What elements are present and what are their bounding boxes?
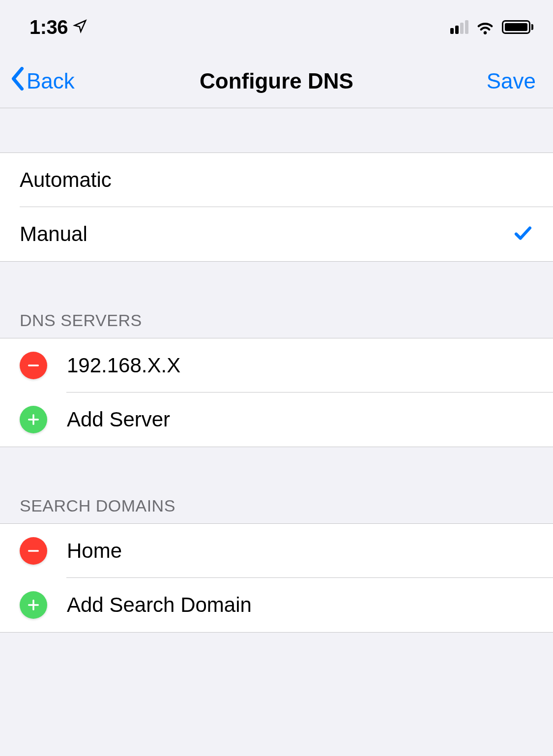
mode-selection-group: Automatic Manual <box>0 152 553 262</box>
minus-icon <box>27 544 40 558</box>
add-domain-row[interactable]: Add Search Domain <box>0 578 553 632</box>
add-server-button[interactable] <box>20 406 47 433</box>
nav-bar: Back Configure DNS Save <box>0 54 553 108</box>
add-domain-button[interactable] <box>20 591 47 619</box>
remove-server-button[interactable] <box>20 352 47 379</box>
minus-icon <box>27 359 40 372</box>
mode-option-label: Automatic <box>20 168 533 192</box>
page-title: Configure DNS <box>200 69 353 93</box>
search-domain-value: Home <box>67 539 122 563</box>
dns-server-value: 192.168.X.X <box>67 354 180 377</box>
save-button[interactable]: Save <box>487 69 536 93</box>
status-time: 1:36 <box>29 16 68 38</box>
wifi-icon <box>475 20 495 34</box>
location-icon <box>73 19 87 35</box>
plus-icon <box>27 598 40 612</box>
add-domain-label: Add Search Domain <box>67 593 252 617</box>
dns-servers-header: DNS SERVERS <box>0 262 553 338</box>
add-server-label: Add Server <box>67 408 170 431</box>
dns-servers-group: 192.168.X.X Add Server <box>0 338 553 447</box>
back-button[interactable]: Back <box>10 67 75 95</box>
checkmark-icon <box>513 223 533 245</box>
cellular-signal-icon <box>450 20 468 34</box>
plus-icon <box>27 413 40 426</box>
chevron-left-icon <box>10 67 26 95</box>
search-domains-group: Home Add Search Domain <box>0 523 553 633</box>
mode-option-automatic[interactable]: Automatic <box>0 153 553 207</box>
add-server-row[interactable]: Add Server <box>0 393 553 447</box>
mode-option-label: Manual <box>20 222 513 246</box>
status-left: 1:36 <box>29 16 87 38</box>
search-domains-header: SEARCH DOMAINS <box>0 447 553 523</box>
search-domain-row[interactable]: Home <box>0 524 553 578</box>
dns-server-row[interactable]: 192.168.X.X <box>0 338 553 393</box>
back-label: Back <box>27 69 75 93</box>
status-right <box>450 20 533 34</box>
battery-icon <box>502 20 533 34</box>
status-bar: 1:36 <box>0 0 553 54</box>
remove-domain-button[interactable] <box>20 537 47 565</box>
mode-option-manual[interactable]: Manual <box>0 207 553 261</box>
